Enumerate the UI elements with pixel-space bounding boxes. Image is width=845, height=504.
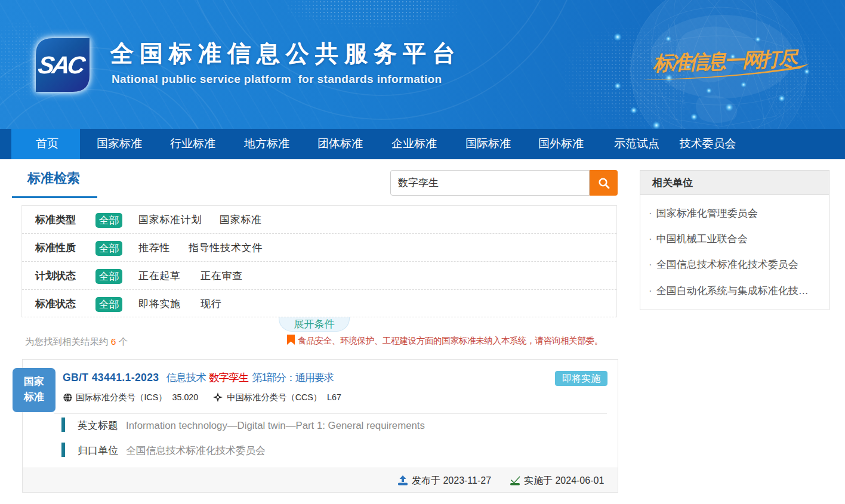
svg-text:SAC: SAC bbox=[36, 51, 88, 79]
